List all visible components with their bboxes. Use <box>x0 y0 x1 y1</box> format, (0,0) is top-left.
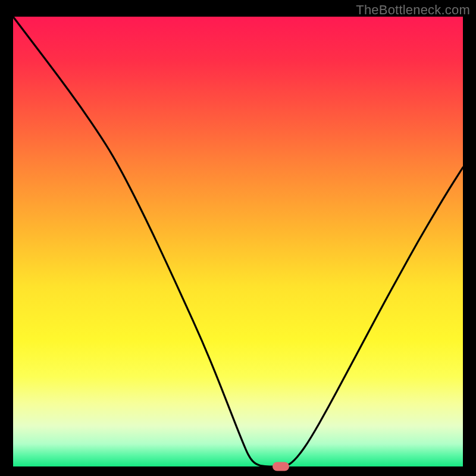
watermark-text: TheBottleneck.com <box>356 2 470 18</box>
plot-area <box>13 17 463 466</box>
chart-frame: TheBottleneck.com <box>0 0 476 476</box>
gradient-background <box>13 17 463 466</box>
chart-svg <box>13 17 463 466</box>
optimal-point-marker <box>273 462 289 471</box>
